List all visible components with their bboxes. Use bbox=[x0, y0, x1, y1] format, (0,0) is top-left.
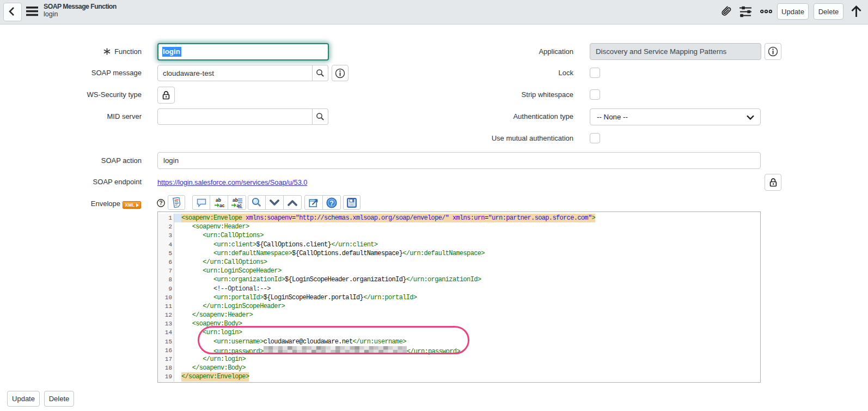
svg-text:ac: ac bbox=[219, 203, 224, 208]
svg-text:ab: ab bbox=[233, 197, 238, 203]
svg-text:ab: ab bbox=[216, 197, 221, 203]
svg-text:?: ? bbox=[159, 200, 162, 206]
svg-text:?: ? bbox=[329, 199, 334, 207]
